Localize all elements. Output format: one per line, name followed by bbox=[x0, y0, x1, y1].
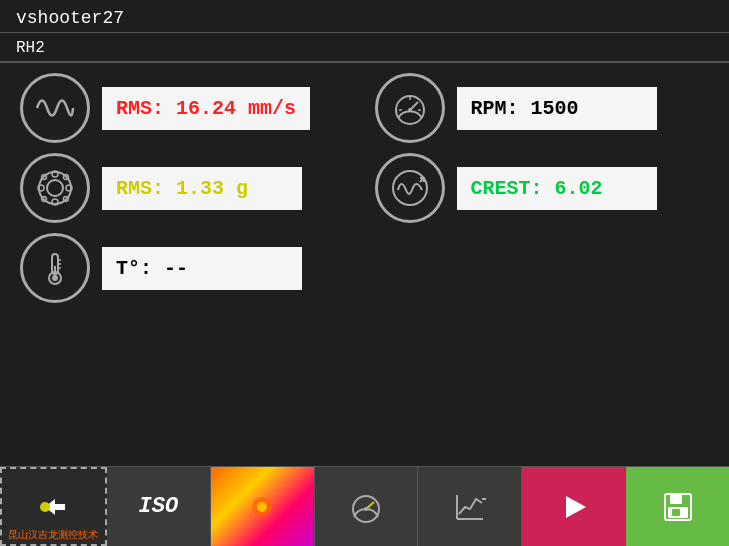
rpm-value: RPM: 1500 bbox=[457, 87, 657, 130]
gauge-icon bbox=[348, 489, 384, 525]
bearing-icon bbox=[20, 153, 90, 223]
footer-company: 昆山汉吉龙测控技术 bbox=[2, 528, 105, 542]
iso-button[interactable]: ISO bbox=[107, 467, 211, 546]
sine-wave-icon bbox=[20, 73, 90, 143]
sub-header: RH2 bbox=[0, 33, 729, 63]
main-content: RMS: 16.24 mm/s RPM: 1500 bbox=[0, 63, 729, 466]
svg-point-29 bbox=[364, 507, 368, 511]
chart-button[interactable] bbox=[418, 467, 522, 546]
svg-point-7 bbox=[47, 180, 63, 196]
chart-icon bbox=[452, 489, 488, 525]
metric-rpm: RPM: 1500 bbox=[375, 73, 710, 143]
save-icon bbox=[660, 489, 696, 525]
rms-velocity-value: RMS: 16.24 mm/s bbox=[102, 87, 310, 130]
back-icon bbox=[35, 489, 71, 525]
spectrum-button[interactable] bbox=[211, 467, 315, 546]
metrics-row-0: RMS: 16.24 mm/s RPM: 1500 bbox=[20, 73, 709, 143]
play-icon bbox=[556, 489, 592, 525]
metrics-row-1: RMS: 1.33 g CREST: 6.02 bbox=[20, 153, 709, 223]
save-button[interactable] bbox=[626, 467, 729, 546]
svg-point-26 bbox=[257, 502, 267, 512]
metric-rms-velocity: RMS: 16.24 mm/s bbox=[20, 73, 355, 143]
sine-wave-svg bbox=[35, 88, 75, 128]
metric-temperature: T°: -- bbox=[20, 233, 355, 303]
metric-rms-g: RMS: 1.33 g bbox=[20, 153, 355, 223]
crest-wave-svg bbox=[390, 168, 430, 208]
svg-point-20 bbox=[52, 275, 58, 281]
metric-crest: CREST: 6.02 bbox=[375, 153, 710, 223]
svg-point-24 bbox=[40, 502, 50, 512]
gauge-button[interactable] bbox=[315, 467, 419, 546]
back-button[interactable]: 昆山汉吉龙测控技术 bbox=[0, 467, 107, 546]
rms-g-value: RMS: 1.33 g bbox=[102, 167, 302, 210]
bearing-svg bbox=[35, 168, 75, 208]
play-button[interactable] bbox=[522, 467, 626, 546]
speedometer-icon bbox=[375, 73, 445, 143]
spectrum-icon bbox=[244, 489, 280, 525]
crest-value: CREST: 6.02 bbox=[457, 167, 657, 210]
svg-rect-35 bbox=[670, 494, 682, 504]
svg-rect-37 bbox=[672, 509, 680, 516]
device-label: RH2 bbox=[16, 39, 45, 57]
app-title: vshooter27 bbox=[16, 8, 124, 28]
metrics-row-2: T°: -- bbox=[20, 233, 709, 303]
speedometer-svg bbox=[390, 88, 430, 128]
thermometer-icon bbox=[20, 233, 90, 303]
header: vshooter27 bbox=[0, 0, 729, 33]
toolbar: 昆山汉吉龙测控技术 ISO bbox=[0, 466, 729, 546]
temperature-value: T°: -- bbox=[102, 247, 302, 290]
crest-wave-icon bbox=[375, 153, 445, 223]
iso-label: ISO bbox=[138, 494, 178, 519]
thermometer-svg bbox=[35, 248, 75, 288]
svg-point-2 bbox=[408, 108, 412, 112]
svg-marker-33 bbox=[566, 496, 586, 518]
